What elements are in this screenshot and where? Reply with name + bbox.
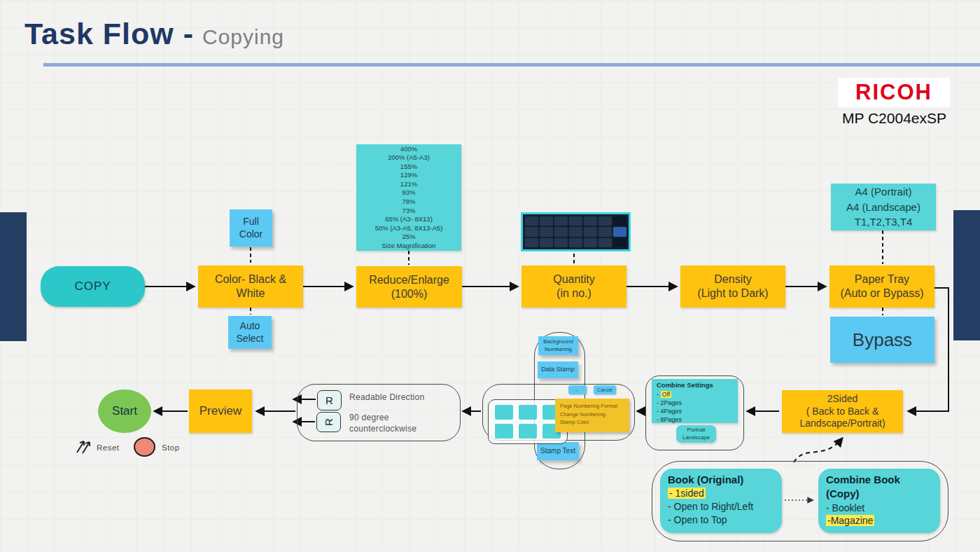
back-button: ← (568, 385, 587, 394)
paper-tray-node: Paper Tray (Auto or Bypass) (830, 265, 934, 308)
combine-4pages-option: - 4Pages (657, 407, 733, 415)
start-node: Start (98, 389, 151, 433)
preview-node: Preview (189, 389, 252, 433)
combine-settings-title: Combine Settings (657, 381, 733, 390)
stamp-text-sticky: Stamp Text (537, 442, 579, 460)
book-1sided-option: - 1sided (668, 487, 774, 500)
copy-node: COPY (41, 266, 145, 307)
combine-book-title: Combine Book (Copy) (826, 473, 910, 502)
paper-sizes-box: A4 (Portrait)A4 (Landscape)T1,T2,T3,T4 (831, 184, 936, 230)
title-underline (43, 63, 980, 67)
numbering-options-note: Page Numbering Format Change Numbering S… (555, 399, 629, 432)
two-sided-node: 2Sided ( Back to Back & Landscape/Portra… (782, 390, 903, 433)
reset-icon (76, 439, 94, 454)
readable-direction-label: Readable Direction (349, 392, 424, 402)
quantity-node: Quantity (in no.) (522, 265, 626, 308)
full-color-sticky: Full Color (230, 209, 272, 247)
bypass-sticky: Bypass (830, 317, 934, 363)
background-numbering-sticky: Background Numbering (538, 336, 578, 355)
stop-icon (134, 437, 155, 457)
cancel-button: Cancel (594, 385, 616, 394)
stop-label: Stop (162, 443, 180, 452)
book-original-title: Book (Original) (668, 473, 774, 487)
book-original-box: Book (Original) - 1sided - Open to Right… (660, 469, 782, 533)
ricoh-logo: RICOH (838, 78, 950, 107)
page-title-sub: Copying (202, 25, 284, 48)
zoom-options-list: 400%200% (A5-A3)155%129%121%93%78%73%65%… (356, 144, 461, 251)
book-open-lr-option: - Open to Right/Left (668, 500, 774, 513)
numeric-keypad-image (521, 212, 631, 251)
printer-model-label: MP C2004exSP (833, 110, 955, 127)
reduce-enlarge-node: Reduce/Enlarge (100%) (356, 266, 462, 308)
right-accent-band (953, 210, 980, 340)
reset-label: Reset (97, 443, 120, 452)
rotated-r-box: R (316, 412, 341, 432)
data-stamp-sticky: Data Stamp (538, 361, 578, 378)
combine-settings-box: Combine Settings - Off - 2Pages - 4Pages… (652, 379, 738, 423)
counterclockwise-label: 90 degree counterclockwise (349, 412, 416, 434)
book-open-top-option: - Open to Top (668, 513, 774, 527)
magazine-option: -Magazine (826, 514, 932, 527)
combine-2pages-option: - 2Pages (657, 399, 733, 407)
orientation-box: Portrait Landscape (676, 425, 716, 443)
left-accent-band (0, 212, 27, 341)
booklet-option: - Booklet (826, 502, 932, 515)
color-mode-node: Color- Black & White (198, 265, 303, 308)
whiteboard-background: Task Flow -Copying RICOH MP C2004exSP (0, 0, 980, 552)
combine-book-box: Combine Book (Copy) - Booklet -Magazine (818, 469, 940, 533)
density-node: Density (Light to Dark) (680, 265, 785, 308)
readable-direction-r-box: R (317, 390, 342, 410)
page-title-main: Task Flow - (24, 17, 194, 50)
page-title: Task Flow -Copying (24, 17, 284, 51)
combine-off-option: - Off (657, 390, 733, 399)
combine-8pages-option: - 8Pages (657, 415, 733, 424)
auto-select-sticky: Auto Select (228, 316, 272, 349)
